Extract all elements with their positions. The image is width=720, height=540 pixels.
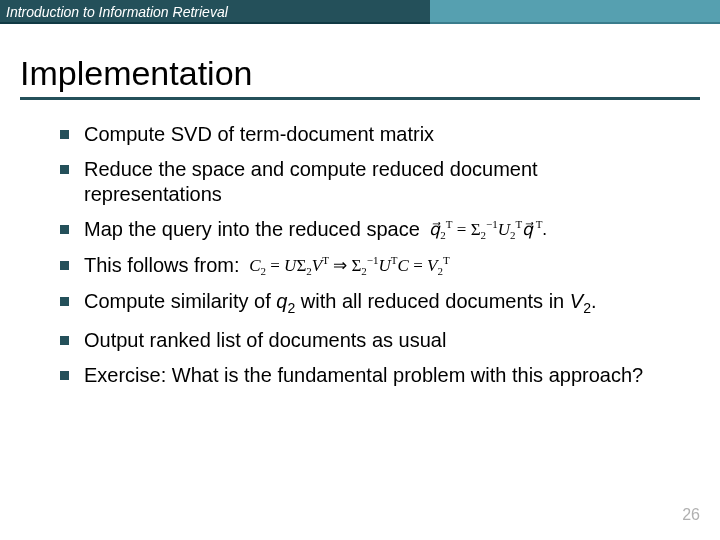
bullet-text: Reduce the space and compute reduced doc…	[84, 158, 538, 205]
bullet-text: Exercise: What is the fundamental proble…	[84, 364, 643, 386]
list-item: Map the query into the reduced space q⃗2…	[60, 217, 670, 243]
list-item: Compute similarity of q2 with all reduce…	[60, 289, 670, 318]
bullet-text: Output ranked list of documents as usual	[84, 329, 446, 351]
list-item: This follows from: C2 = UΣ2VT ⇒ Σ2−1UTC …	[60, 253, 670, 279]
content: Compute SVD of term-document matrix Redu…	[60, 122, 670, 388]
list-item: Compute SVD of term-document matrix	[60, 122, 670, 147]
slide: Introduction to Information Retrieval Im…	[0, 0, 720, 540]
bullet-text: Compute similarity of	[84, 290, 276, 312]
bullet-text: Map the query into the reduced space	[84, 218, 420, 240]
header-label: Introduction to Information Retrieval	[0, 0, 430, 24]
bullet-text: with all reduced documents in	[295, 290, 570, 312]
bullet-list: Compute SVD of term-document matrix Redu…	[60, 122, 670, 388]
math-formula: C2 = UΣ2VT ⇒ Σ2−1UTC = V2T	[249, 256, 449, 275]
title-block: Implementation	[20, 54, 700, 100]
page-number: 26	[682, 506, 700, 524]
bullet-text: This follows from:	[84, 254, 240, 276]
bullet-text: Compute SVD of term-document matrix	[84, 123, 434, 145]
bullet-text: .	[591, 290, 597, 312]
page-title: Implementation	[20, 54, 700, 93]
header-accent	[430, 0, 720, 24]
list-item: Exercise: What is the fundamental proble…	[60, 363, 670, 388]
math-formula: q⃗2T = Σ2−1U2Tq⃗ T.	[429, 220, 546, 239]
math-var: q	[276, 290, 287, 312]
math-sub: 2	[583, 300, 591, 316]
list-item: Reduce the space and compute reduced doc…	[60, 157, 670, 207]
top-bar: Introduction to Information Retrieval	[0, 0, 720, 24]
list-item: Output ranked list of documents as usual	[60, 328, 670, 353]
math-var: V	[570, 290, 583, 312]
